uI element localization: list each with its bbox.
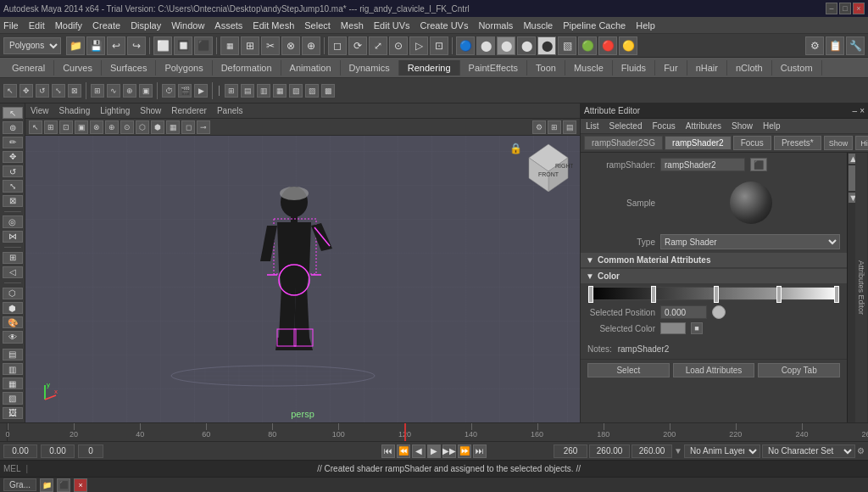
prev-frame-btn[interactable]: ◀: [412, 444, 426, 458]
quick-layout2[interactable]: ▥: [3, 363, 23, 375]
vp-tb-1[interactable]: ↖: [29, 120, 42, 134]
tab-general[interactable]: General: [3, 60, 54, 75]
tb-icon-7[interactable]: ⬛: [194, 36, 213, 55]
menu-create[interactable]: Create: [92, 20, 120, 31]
type-dropdown[interactable]: Ramp Shader: [660, 234, 840, 249]
anim-layer-select[interactable]: No Anim Layer: [684, 444, 760, 458]
layout-icon[interactable]: ⊞: [225, 84, 238, 98]
ipr-icon[interactable]: ▶: [194, 84, 208, 98]
vp-tb-7[interactable]: ⊙: [120, 120, 134, 134]
hypershade[interactable]: ⬢: [3, 302, 23, 314]
move-icon[interactable]: ✥: [19, 84, 33, 98]
vp-tb-4[interactable]: ▣: [75, 120, 88, 134]
show-manip[interactable]: ⊞: [3, 252, 23, 264]
transform-tool[interactable]: ⊠: [3, 195, 23, 207]
menu-edit[interactable]: Edit: [29, 20, 45, 31]
color-picker-btn[interactable]: ■: [691, 322, 703, 334]
menu-modify[interactable]: Modify: [55, 20, 82, 31]
vp-tb-9[interactable]: ⬢: [151, 120, 164, 134]
visor[interactable]: 👁: [3, 331, 23, 343]
menu-help[interactable]: Help: [636, 20, 655, 31]
vp-tb-5[interactable]: ⊗: [90, 120, 103, 134]
move-tool[interactable]: ✥: [3, 151, 23, 163]
tab-dynamics[interactable]: Dynamics: [341, 60, 399, 75]
go-start-btn[interactable]: ⏮: [381, 444, 395, 458]
history-icon[interactable]: ⏱: [162, 84, 175, 98]
tab-deformation[interactable]: Deformation: [213, 60, 281, 75]
menu-assets[interactable]: Assets: [214, 20, 242, 31]
transform-icon[interactable]: ⊠: [68, 84, 81, 98]
vp-menu-panels[interactable]: Panels: [217, 106, 243, 115]
viewport[interactable]: View Shading Lighting Show Renderer Pane…: [25, 103, 580, 422]
tb-icon-16[interactable]: ⊙: [389, 36, 408, 55]
tb-icon-3[interactable]: ↩: [107, 36, 125, 55]
bottom-tab-gra[interactable]: Gra...: [3, 478, 36, 491]
menu-normals[interactable]: Normals: [478, 20, 513, 31]
attr-menu-attributes[interactable]: Attributes: [686, 121, 721, 131]
scroll-down[interactable]: ▼: [849, 193, 855, 203]
menu-display[interactable]: Display: [131, 20, 161, 31]
vp-tb-10[interactable]: ▦: [166, 120, 180, 134]
snap-point-icon[interactable]: ⊕: [123, 84, 136, 98]
attr-close[interactable]: ×: [860, 106, 865, 115]
scroll-up[interactable]: ▲: [849, 154, 855, 164]
tb-icon-14[interactable]: ⟳: [348, 36, 367, 55]
vp-tb-11[interactable]: ◻: [181, 120, 195, 134]
step-fwd-btn[interactable]: ⏩: [458, 444, 471, 458]
tab-nhair[interactable]: nHair: [687, 60, 727, 75]
attr-minimize[interactable]: –: [853, 106, 858, 115]
sym-tool[interactable]: ⋈: [3, 231, 23, 243]
menu-mesh[interactable]: Mesh: [341, 20, 364, 31]
lock-icon[interactable]: 🔒: [509, 143, 522, 154]
tb-icon-19[interactable]: 🔵: [456, 36, 475, 55]
tb-icon-1[interactable]: 📁: [66, 36, 85, 55]
tb-right-3[interactable]: 🔧: [846, 36, 865, 55]
minimize-btn[interactable]: –: [826, 3, 837, 14]
snap-surface-icon[interactable]: ▣: [139, 84, 153, 98]
play-btn[interactable]: ▶: [427, 444, 441, 458]
attr-tab-1[interactable]: rampShader2: [665, 136, 732, 150]
select-icon[interactable]: ↖: [3, 84, 17, 98]
paint-tool[interactable]: ✏: [3, 137, 23, 148]
tb-icon-23[interactable]: ⬤: [537, 36, 556, 55]
timeline-ruler[interactable]: // Will be rendered via JS below 0204060…: [7, 423, 868, 442]
select-tool[interactable]: ↖: [3, 107, 23, 119]
ramp-marker-2[interactable]: [714, 286, 719, 303]
menu-edit-mesh[interactable]: Edit Mesh: [253, 20, 294, 31]
attr-menu-list[interactable]: List: [586, 121, 599, 131]
current-time-2[interactable]: [41, 444, 75, 458]
snap-grid-icon[interactable]: ⊞: [91, 84, 104, 98]
ramp-marker-1[interactable]: [651, 286, 656, 303]
tab-muscle[interactable]: Muscle: [565, 60, 613, 75]
vp-menu-view[interactable]: View: [31, 106, 49, 115]
options-btn[interactable]: ⚙: [857, 446, 865, 456]
position-knob[interactable]: [712, 305, 726, 319]
vp-menu-show[interactable]: Show: [140, 106, 161, 115]
snap-curve-icon[interactable]: ∿: [107, 84, 120, 98]
bottom-icon-1[interactable]: 📁: [40, 478, 53, 492]
tb-icon-21[interactable]: ⬤: [497, 36, 515, 55]
attr-scrollbar[interactable]: ▲ ▼: [847, 153, 855, 422]
view-cube[interactable]: FRONT RIGHT: [524, 143, 573, 192]
tab-curves[interactable]: Curves: [54, 60, 102, 75]
current-time-3[interactable]: [78, 444, 103, 458]
step-back-btn[interactable]: ⏪: [397, 444, 410, 458]
tb-right-2[interactable]: 📋: [826, 36, 844, 55]
scale-icon[interactable]: ⤡: [52, 84, 65, 98]
vp-tb-8[interactable]: ⬡: [136, 120, 149, 134]
tb-icon-18[interactable]: ⊡: [430, 36, 448, 55]
current-time-1[interactable]: [3, 444, 37, 458]
attr-menu-focus[interactable]: Focus: [652, 121, 675, 131]
tb-icon-15[interactable]: ⤢: [369, 36, 387, 55]
menu-window[interactable]: Window: [171, 20, 204, 31]
common-material-header[interactable]: ▼ Common Material Attributes: [581, 253, 847, 267]
layout6-icon[interactable]: ▨: [305, 84, 319, 98]
tb-icon-27[interactable]: 🟡: [619, 36, 637, 55]
menu-select[interactable]: Select: [304, 20, 331, 31]
hide-btn[interactable]: Hide: [855, 136, 868, 150]
presets-btn[interactable]: Presets*: [774, 136, 821, 150]
vp-menu-renderer[interactable]: Renderer: [171, 106, 207, 115]
vp-tb-2[interactable]: ⊞: [44, 120, 58, 134]
menu-pipeline[interactable]: Pipeline Cache: [563, 20, 626, 31]
texture-btn[interactable]: 🖼: [3, 407, 23, 419]
